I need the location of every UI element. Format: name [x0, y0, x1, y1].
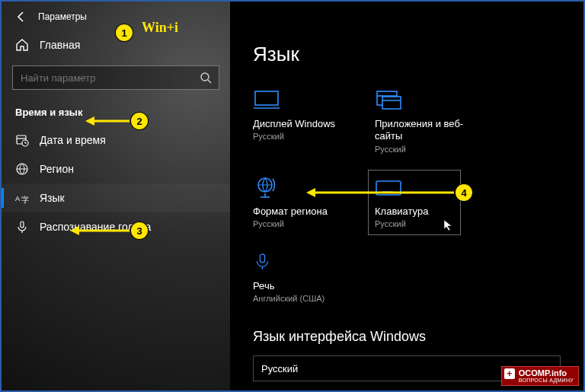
sidebar-item-language[interactable]: A字 Язык — [2, 183, 230, 212]
section-interface-lang: Язык интерфейса Windows — [253, 329, 561, 345]
annotation-hint: Win+i — [142, 20, 178, 36]
language-tiles: Дисплей Windows Русский Приложения и веб… — [253, 88, 561, 303]
svg-rect-13 — [382, 97, 401, 109]
main-content: Язык Дисплей Windows Русский Приложения … — [230, 2, 583, 390]
watermark: + OCOMP.info ВОПРОСЫ АДМИНУ — [501, 366, 579, 386]
back-button[interactable] — [15, 11, 27, 23]
tile-sub: Русский — [375, 219, 454, 228]
microphone-icon — [253, 250, 280, 274]
window-title: Параметры — [38, 11, 87, 22]
annotation-badge-4: 4 — [456, 184, 472, 201]
plus-icon: + — [504, 368, 515, 379]
tile-label: Приложения и веб-сайты — [375, 118, 466, 143]
page-title: Язык — [253, 43, 561, 66]
tile-sub: Русский — [253, 219, 344, 228]
home-label: Главная — [40, 39, 80, 51]
home-icon — [15, 38, 29, 52]
nav-label: Дата и время — [40, 134, 106, 146]
svg-text:A: A — [15, 195, 20, 202]
calendar-clock-icon — [15, 133, 29, 147]
sidebar-item-speech[interactable]: Распознавание голоса — [2, 212, 230, 241]
annotation-badge-3: 3 — [131, 222, 148, 239]
tile-speech[interactable]: Речь Английский (США) — [253, 250, 344, 303]
keyboard-icon — [375, 175, 402, 199]
tile-label: Клавиатура — [375, 206, 454, 218]
svg-rect-30 — [260, 254, 264, 263]
tile-label: Формат региона — [253, 206, 344, 218]
tile-display[interactable]: Дисплей Windows Русский — [253, 88, 344, 154]
interface-lang-description: На этом языке будут показываться такие к… — [253, 389, 561, 390]
watermark-line2: ВОПРОСЫ АДМИНУ — [519, 378, 574, 383]
microphone-icon — [15, 220, 29, 234]
nav-label: Регион — [40, 163, 74, 175]
tile-apps-web[interactable]: Приложения и веб-сайты Русский — [375, 88, 466, 154]
annotation-badge-2: 2 — [131, 113, 148, 129]
svg-rect-18 — [376, 181, 401, 195]
monitor-icon — [253, 88, 280, 112]
tile-label: Дисплей Windows — [253, 118, 344, 130]
tile-keyboard[interactable]: Клавиатура Русский — [369, 171, 460, 234]
language-icon: A字 — [15, 191, 29, 205]
svg-text:字: 字 — [21, 196, 29, 204]
dropdown-value: Русский — [261, 363, 298, 374]
svg-rect-9 — [255, 91, 278, 105]
globe-stand-icon — [253, 175, 280, 199]
svg-rect-8 — [21, 221, 24, 228]
globe-icon — [15, 162, 29, 176]
watermark-line1: OCOMP.info — [519, 368, 574, 378]
tile-sub: Русский — [253, 132, 344, 141]
annotation-badge-1: 1 — [116, 24, 133, 41]
sidebar-item-region[interactable]: Регион — [2, 155, 230, 183]
sidebar: Параметры Главная Время и язык Дата и вр… — [2, 2, 230, 390]
search-input[interactable] — [12, 65, 219, 90]
windows-icon — [375, 88, 402, 112]
tile-label: Речь — [253, 280, 344, 292]
tile-region-format[interactable]: Формат региона Русский — [253, 175, 344, 228]
tile-sub: Английский (США) — [253, 294, 344, 303]
nav-label: Язык — [40, 192, 65, 204]
category-heading: Время и язык — [2, 97, 230, 126]
sidebar-item-date-time[interactable]: Дата и время — [2, 126, 230, 155]
tile-sub: Русский — [375, 145, 466, 154]
